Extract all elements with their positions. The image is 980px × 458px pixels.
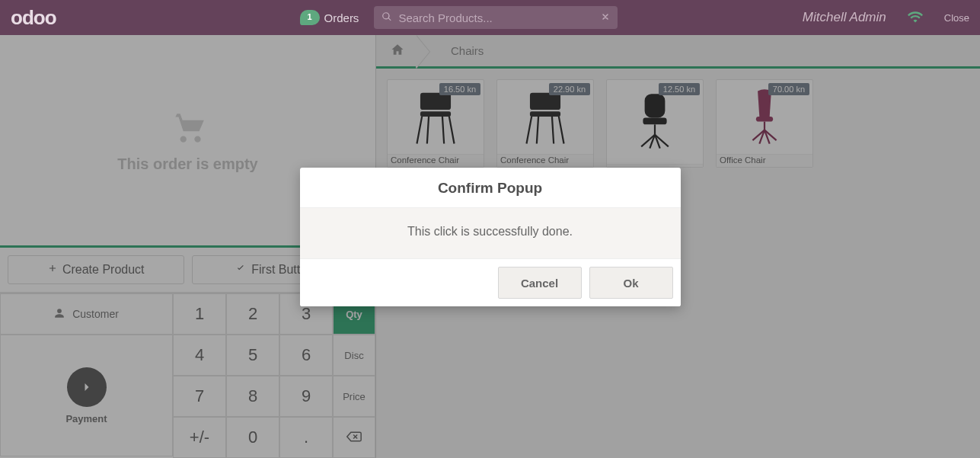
modal-overlay: Confirm Popup This click is successfully…	[0, 35, 980, 458]
confirm-dialog: Confirm Popup This click is successfully…	[300, 168, 681, 306]
search-icon	[381, 11, 392, 24]
user-name[interactable]: Mitchell Admin	[803, 10, 886, 25]
orders-count-icon: 1	[300, 10, 320, 25]
close-link[interactable]: Close	[944, 12, 969, 24]
orders-link[interactable]: 1 Orders	[300, 10, 359, 25]
dialog-actions: Cancel Ok	[300, 259, 681, 306]
topbar: odoo 1 Orders Mitchell Admin Close	[0, 0, 980, 35]
brand-logo: odoo	[11, 6, 56, 30]
orders-label: Orders	[324, 11, 359, 24]
cancel-button[interactable]: Cancel	[498, 267, 582, 299]
connection-status-icon	[908, 11, 923, 25]
search-box[interactable]	[374, 6, 618, 29]
ok-button[interactable]: Ok	[589, 267, 673, 299]
dialog-title: Confirm Popup	[300, 168, 681, 207]
clear-search-icon[interactable]	[601, 11, 610, 24]
dialog-message: This click is successfully done.	[300, 207, 681, 259]
search-input[interactable]	[398, 11, 595, 24]
